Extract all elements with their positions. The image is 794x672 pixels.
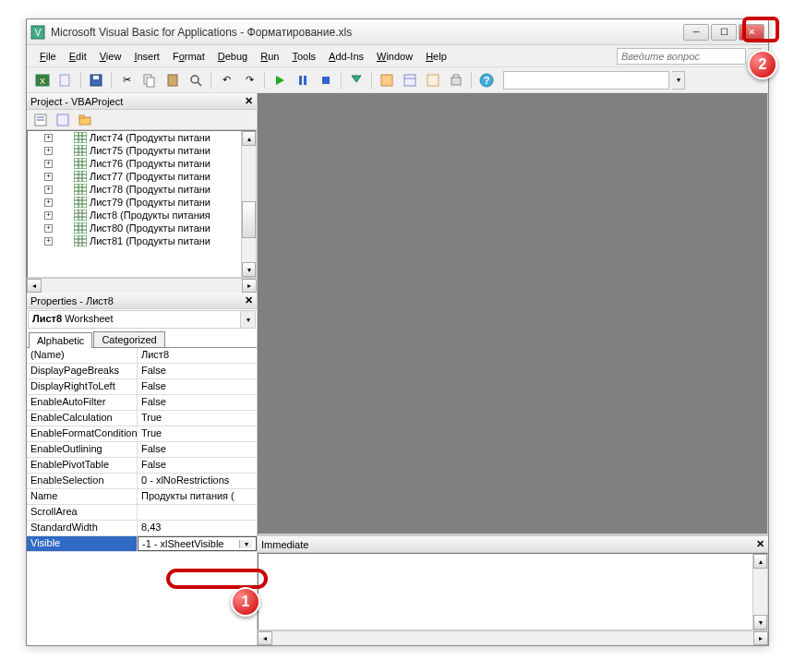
property-row[interactable]: StandardWidth8,43: [27, 521, 257, 536]
save-icon[interactable]: [86, 70, 106, 90]
property-row[interactable]: EnableFormatConditionsTrue: [27, 426, 257, 442]
expand-icon[interactable]: +: [44, 173, 53, 181]
properties-grid[interactable]: (Name)Лист8DisplayPageBreaksFalseDisplay…: [27, 348, 257, 645]
dropdown-icon[interactable]: ▾: [239, 540, 252, 548]
break-icon[interactable]: [293, 70, 313, 90]
property-row[interactable]: ScrollArea: [27, 505, 257, 521]
object-browser-icon[interactable]: [423, 70, 443, 90]
property-value[interactable]: Лист8: [138, 348, 257, 363]
property-value[interactable]: [138, 505, 257, 520]
tree-item[interactable]: +Лист75 (Продукты питани: [28, 144, 256, 157]
properties-object-select[interactable]: Лист8 Worksheet ▾: [28, 310, 256, 329]
maximize-button[interactable]: ☐: [711, 24, 737, 41]
immediate-panel-close[interactable]: ✕: [756, 538, 764, 550]
find-icon[interactable]: [186, 70, 206, 90]
menu-help[interactable]: Help: [420, 48, 452, 65]
menu-edit[interactable]: Edit: [64, 48, 92, 65]
toggle-folders-icon[interactable]: [75, 110, 95, 130]
property-row[interactable]: (Name)Лист8: [27, 348, 257, 364]
scroll-right-icon[interactable]: ▸: [242, 279, 257, 293]
property-row[interactable]: DisplayPageBreaksFalse: [27, 364, 257, 379]
insert-dropdown-icon[interactable]: [55, 70, 76, 90]
project-tree[interactable]: +Лист74 (Продукты питани+Лист75 (Продукт…: [27, 130, 257, 278]
immediate-scrollbar-v[interactable]: ▴▾: [752, 554, 767, 630]
run-icon[interactable]: [270, 70, 290, 90]
tab-alphabetic[interactable]: Alphabetic: [29, 332, 92, 348]
property-value[interactable]: False: [138, 442, 257, 457]
property-value[interactable]: False: [138, 458, 257, 473]
expand-icon[interactable]: +: [44, 198, 53, 207]
properties-panel-close[interactable]: ✕: [245, 294, 253, 306]
property-row[interactable]: EnableOutliningFalse: [27, 442, 257, 458]
property-row[interactable]: EnableCalculationTrue: [27, 411, 257, 426]
undo-icon[interactable]: ↶: [216, 70, 236, 90]
project-panel-close[interactable]: ✕: [245, 95, 253, 107]
properties-object-dropdown-icon[interactable]: ▾: [240, 311, 255, 328]
tree-item[interactable]: +Лист77 (Продукты питани: [28, 170, 256, 183]
property-value[interactable]: False: [138, 395, 257, 410]
menu-run[interactable]: Run: [255, 48, 284, 65]
copy-icon[interactable]: [139, 70, 160, 90]
scroll-down-icon[interactable]: ▾: [242, 262, 256, 277]
property-value[interactable]: -1 - xlSheetVisible▾: [138, 536, 257, 551]
help-icon[interactable]: ?: [476, 70, 497, 90]
tree-item[interactable]: +Лист78 (Продукты питани: [28, 183, 256, 196]
toolbar-combo-dropdown[interactable]: ▾: [672, 71, 685, 90]
expand-icon[interactable]: +: [44, 160, 53, 168]
menu-insert[interactable]: Insert: [128, 48, 165, 65]
paste-icon[interactable]: [162, 70, 183, 90]
properties-window-icon[interactable]: [400, 70, 420, 90]
tree-item[interactable]: +Лист74 (Продукты питани: [28, 131, 256, 144]
scroll-up-icon[interactable]: ▴: [242, 131, 256, 146]
menu-view[interactable]: View: [94, 48, 127, 65]
project-scrollbar-h[interactable]: ◂ ▸: [27, 278, 257, 293]
menu-window[interactable]: Window: [371, 48, 418, 65]
tree-item[interactable]: +Лист81 (Продукты питани: [28, 234, 256, 247]
minimize-button[interactable]: ─: [683, 24, 709, 41]
immediate-textarea[interactable]: ▴▾: [258, 553, 768, 630]
immediate-scrollbar-h[interactable]: ◂ ▸: [258, 630, 768, 645]
property-value[interactable]: False: [138, 364, 257, 378]
property-row[interactable]: EnablePivotTableFalse: [27, 458, 257, 474]
toolbar-combo[interactable]: [503, 71, 669, 90]
property-row[interactable]: EnableAutoFilterFalse: [27, 395, 257, 411]
cut-icon[interactable]: ✂: [116, 70, 137, 90]
property-value[interactable]: 8,43: [138, 521, 257, 535]
scroll-thumb[interactable]: [242, 201, 256, 238]
property-value[interactable]: True: [138, 411, 257, 426]
close-button[interactable]: ✕: [739, 24, 764, 41]
redo-icon[interactable]: ↷: [239, 70, 259, 90]
menu-format[interactable]: Format: [167, 48, 211, 65]
menu-file[interactable]: File: [34, 48, 62, 65]
property-value[interactable]: 0 - xlNoRestrictions: [138, 474, 257, 488]
expand-icon[interactable]: +: [44, 224, 53, 233]
view-code-icon[interactable]: [30, 110, 51, 130]
view-object-icon[interactable]: [53, 110, 73, 130]
scroll-left-icon[interactable]: ◂: [27, 279, 42, 293]
property-value[interactable]: False: [138, 379, 257, 394]
toolbox-icon[interactable]: [446, 70, 466, 90]
view-excel-icon[interactable]: X: [32, 70, 53, 90]
expand-icon[interactable]: +: [44, 147, 53, 155]
help-search-input[interactable]: [617, 48, 746, 65]
expand-icon[interactable]: +: [44, 237, 53, 246]
menu-tools[interactable]: Tools: [286, 48, 321, 65]
project-explorer-icon[interactable]: [377, 70, 397, 90]
menu-debug[interactable]: Debug: [212, 48, 253, 65]
design-mode-icon[interactable]: [346, 70, 367, 90]
scroll-right-icon[interactable]: ▸: [753, 631, 768, 645]
menu-addins[interactable]: Add-Ins: [323, 48, 369, 65]
property-row[interactable]: DisplayRightToLeftFalse: [27, 379, 257, 395]
expand-icon[interactable]: +: [44, 134, 53, 142]
expand-icon[interactable]: +: [44, 186, 53, 194]
property-row[interactable]: Visible-1 - xlSheetVisible▾: [27, 536, 257, 552]
tree-item[interactable]: +Лист80 (Продукты питани: [28, 222, 256, 234]
scroll-left-icon[interactable]: ◂: [258, 631, 272, 645]
tree-item[interactable]: +Лист76 (Продукты питани: [28, 157, 256, 170]
project-scrollbar-v[interactable]: ▴ ▾: [241, 131, 256, 277]
property-value[interactable]: Продукты питания (: [138, 489, 257, 504]
property-value[interactable]: True: [138, 426, 257, 441]
tree-item[interactable]: +Лист8 (Продукты питания: [28, 209, 256, 222]
property-row[interactable]: EnableSelection0 - xlNoRestrictions: [27, 474, 257, 489]
tab-categorized[interactable]: Categorized: [93, 331, 164, 347]
